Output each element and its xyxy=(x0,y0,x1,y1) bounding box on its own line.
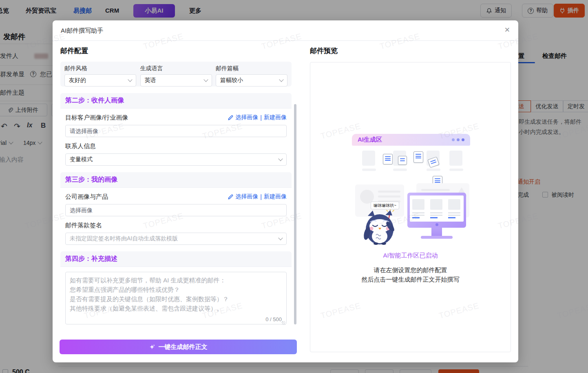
preview-tip-line2: 然后点击一键生成邮件正文开始撰写 xyxy=(310,275,511,284)
placeholder-block xyxy=(362,151,375,166)
target-portrait-label: 目标客户画像/行业画像 xyxy=(65,114,128,122)
placeholder-line xyxy=(378,195,400,198)
generate-mail-button[interactable]: 一键生成邮件正文 xyxy=(60,340,297,354)
extra-description-textarea[interactable] xyxy=(65,272,287,324)
document-icon xyxy=(398,156,407,165)
preview-card: AI生成区 嘛咪嘛咪哄~ xyxy=(310,62,511,352)
resize-handle[interactable] xyxy=(282,321,285,325)
new-portrait-link[interactable]: 新建画像 xyxy=(264,193,287,200)
language-value: 英语 xyxy=(145,77,156,84)
preview-heading: 邮件预览 xyxy=(310,46,338,56)
preview-tip-line1: 请在左侧设置您的邮件配置 xyxy=(310,265,511,275)
ai-mail-assistant-modal: AI邮件撰写助手 ✕ 邮件配置 邮件风格 友好的 生成语言 英语 邮件篇幅 篇幅… xyxy=(53,20,518,362)
length-select[interactable]: 篇幅较小 xyxy=(216,74,287,87)
step2-card: 第二步：收件人画像 目标客户画像/行业画像 选择画像 | 新建画像 联系人信息 … xyxy=(60,93,292,169)
signature-placeholder: 未指定固定签名时将由AI自动生成落款模版 xyxy=(70,235,178,242)
new-portrait-link[interactable]: 新建画像 xyxy=(264,114,287,121)
placeholder-line xyxy=(421,189,450,191)
owl-speech-bubble: 嘛咪嘛咪哄~ xyxy=(371,202,399,209)
placeholder-line xyxy=(393,169,407,171)
scrollbar-thumb[interactable] xyxy=(294,104,296,324)
modal-header: AI邮件撰写助手 ✕ xyxy=(53,20,518,41)
language-label: 生成语言 xyxy=(140,65,212,72)
chevron-down-icon xyxy=(203,77,208,82)
placeholder-line xyxy=(449,169,463,171)
target-portrait-input[interactable] xyxy=(65,125,287,137)
monitor-screen xyxy=(410,195,464,222)
ai-generate-banner: AI生成区 xyxy=(352,134,470,146)
document-icon xyxy=(413,151,423,163)
owl-mascot xyxy=(363,209,398,245)
chevron-down-icon xyxy=(279,77,283,82)
chevron-down-icon xyxy=(278,235,283,240)
step3-title: 第三步：我的画像 xyxy=(60,172,292,188)
mail-style-select[interactable]: 友好的 xyxy=(64,74,136,87)
chevron-down-icon xyxy=(278,156,283,161)
contact-mode-value: 变量模式 xyxy=(70,156,93,163)
placeholder-block xyxy=(449,151,462,166)
monitor-dot xyxy=(435,223,438,226)
pen-icon xyxy=(228,194,233,200)
contact-info-label: 联系人信息 xyxy=(65,142,287,150)
monitor-illustration xyxy=(407,193,466,228)
placeholder-line xyxy=(362,169,376,171)
placeholder-line xyxy=(378,191,400,193)
signature-label: 邮件落款签名 xyxy=(65,222,287,229)
company-portrait-label: 公司画像与产品 xyxy=(65,193,108,201)
workspace-status-text: AI智能工作区已启动 xyxy=(310,252,511,260)
chevron-down-icon xyxy=(128,77,132,82)
banner-dots-icon xyxy=(452,138,464,141)
step3-card: 第三步：我的画像 公司画像与产品 选择画像 | 新建画像 邮件落款签名 未指定固… xyxy=(60,172,292,248)
company-portrait-input[interactable] xyxy=(65,204,287,216)
close-icon[interactable]: ✕ xyxy=(504,27,510,33)
sparkle-icon xyxy=(149,344,155,350)
basic-config-card: 邮件风格 友好的 生成语言 英语 邮件篇幅 篇幅较小 xyxy=(60,62,292,87)
length-value: 篇幅较小 xyxy=(220,77,243,84)
select-portrait-link[interactable]: 选择画像 xyxy=(235,193,258,200)
signature-select[interactable]: 未指定固定签名时将由AI自动生成落款模版 xyxy=(65,233,287,245)
mail-style-value: 友好的 xyxy=(69,77,86,84)
ai-generate-banner-label: AI生成区 xyxy=(358,136,382,144)
monitor-stand-base xyxy=(421,236,453,239)
config-heading: 邮件配置 xyxy=(60,46,88,56)
step4-title: 第四步：补充描述 xyxy=(60,251,292,267)
length-label: 邮件篇幅 xyxy=(216,65,287,72)
step2-title: 第二步：收件人画像 xyxy=(60,93,292,109)
step4-card: 第四步：补充描述 0 / 500 xyxy=(60,251,292,327)
char-counter: 0 / 500 xyxy=(265,316,282,322)
placeholder-line xyxy=(427,169,440,171)
modal-title: AI邮件撰写助手 xyxy=(61,20,103,41)
link-separator: | xyxy=(260,114,262,121)
pen-icon xyxy=(228,115,233,120)
generate-mail-label: 一键生成邮件正文 xyxy=(159,343,208,351)
language-select[interactable]: 英语 xyxy=(140,74,212,87)
monitor-stand xyxy=(431,228,442,236)
contact-mode-select[interactable]: 变量模式 xyxy=(65,153,287,166)
mail-style-label: 邮件风格 xyxy=(64,65,136,72)
preview-tip-text: 请在左侧设置您的邮件配置 然后点击一键生成邮件正文开始撰写 xyxy=(310,265,511,284)
link-separator: | xyxy=(260,193,262,200)
select-portrait-link[interactable]: 选择画像 xyxy=(235,114,258,121)
document-icon xyxy=(383,154,393,164)
